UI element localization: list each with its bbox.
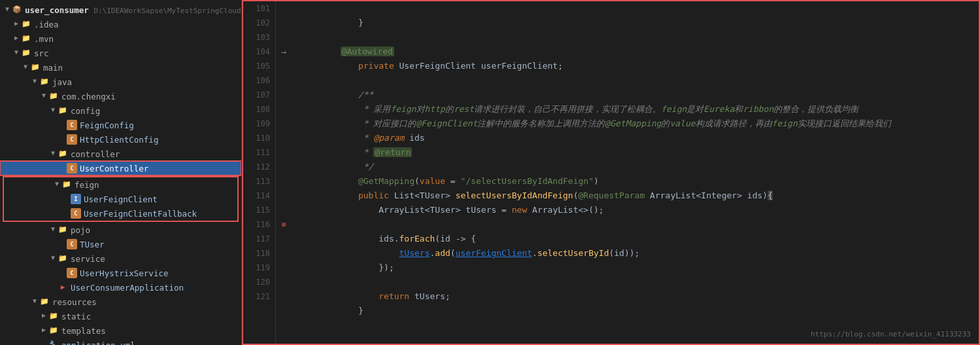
sidebar-item-usercontroller[interactable]: C UserController: [0, 161, 241, 175]
gutter-102: [276, 16, 292, 30]
app-icon: ▶: [58, 282, 68, 293]
gutter-111: [276, 145, 292, 160]
sidebar-item-tuser[interactable]: C TUser: [0, 237, 241, 251]
sidebar-item-main[interactable]: 📁 main: [0, 60, 241, 75]
templates-arrow: [39, 326, 48, 335]
line-num-113: 113: [243, 174, 270, 189]
code-line-107: * 采用feign对http的rest请求进行封装，自己不再用拼接，实现了松耦合…: [297, 88, 979, 102]
line-num-107: 107: [243, 88, 270, 102]
userfeignclient-label: UserFeignClient: [84, 194, 237, 204]
sidebar-item-feignconfig[interactable]: C FeignConfig: [0, 118, 241, 132]
gutter-117: [276, 232, 292, 246]
sidebar: 📦 user_consumer D:\IDEAWorkSapse\MyTestS…: [0, 0, 242, 345]
sidebar-item-mvn[interactable]: 📁 .mvn: [0, 31, 241, 46]
code-editor[interactable]: 101 102 103 104 105 106 107 108 109 110 …: [242, 0, 980, 345]
line-numbers: 101 102 103 104 105 106 107 108 109 110 …: [243, 1, 276, 344]
sidebar-item-config[interactable]: 📁 config: [0, 103, 241, 118]
line-num-109: 109: [243, 117, 270, 131]
sidebar-item-templates[interactable]: 📁 templates: [0, 323, 241, 338]
controller-label: controller: [71, 149, 241, 159]
sidebar-item-resources[interactable]: 📁 resources: [0, 295, 241, 309]
folder-icon: 📁: [58, 225, 68, 235]
sidebar-item-httpclientconfig[interactable]: C HttpClientConfig: [0, 132, 241, 147]
idea-arrow: [12, 20, 21, 29]
class-icon: C: [67, 163, 77, 173]
sidebar-item-userfeignclientfallback[interactable]: C UserFeignClientFallback: [4, 206, 237, 221]
sidebar-item-java[interactable]: 📁 java: [0, 75, 241, 89]
gutter-114: [276, 189, 292, 203]
class-icon: C: [67, 134, 77, 145]
class-icon: C: [67, 268, 77, 278]
sidebar-item-service[interactable]: 📁 service: [0, 251, 241, 266]
sidebar-item-userfeignclient[interactable]: I UserFeignClient: [4, 192, 237, 206]
folder-icon: 📁: [58, 105, 68, 116]
gutter-112: [276, 160, 292, 174]
gutter-119: [276, 261, 292, 275]
gutter-103: [276, 30, 292, 45]
folder-icon: 📁: [48, 311, 59, 321]
code-content[interactable]: } @Autowired private UserFeignClient use…: [292, 1, 979, 344]
sidebar-root[interactable]: 📦 user_consumer D:\IDEAWorkSapse\MyTestS…: [0, 3, 241, 17]
folder-icon: 📁: [58, 149, 68, 159]
resources-label: resources: [52, 297, 241, 307]
line-num-103: 103: [243, 30, 270, 45]
src-arrow: [12, 48, 21, 58]
config-arrow: [48, 106, 58, 115]
application-yml-label: application.yml: [61, 340, 241, 346]
resources-arrow: [30, 297, 39, 306]
folder-icon: 📁: [39, 77, 50, 87]
folder-icon: 📁: [21, 19, 31, 29]
code-line-104: private UserFeignClient userFeignClient;: [297, 45, 979, 59]
gutter-101: [276, 1, 292, 16]
sidebar-item-userhystrixservice[interactable]: C UserHystrixService: [0, 266, 241, 280]
gutter-113: [276, 174, 292, 189]
code-line-112: @GetMapping(value = "/selectUsersByIdAnd…: [297, 160, 979, 174]
folder-icon: 📁: [21, 33, 31, 44]
gutter-118: [276, 246, 292, 261]
sidebar-item-src[interactable]: 📁 src: [0, 46, 241, 60]
sidebar-item-com-chengxi[interactable]: 📁 com.chengxi: [0, 89, 241, 103]
feign-box: 📁 feign I UserFeignClient C UserFeignCli…: [3, 176, 239, 222]
line-num-121: 121: [243, 289, 270, 304]
gutter-105: [276, 59, 292, 73]
line-num-118: 118: [243, 246, 270, 261]
line-num-106: 106: [243, 73, 270, 88]
gutter-115: [276, 203, 292, 217]
sidebar-item-application-yml[interactable]: 🔧 application.yml: [0, 338, 241, 345]
sidebar-item-static[interactable]: 📁 static: [0, 309, 241, 323]
line-num-112: 112: [243, 160, 270, 174]
folder-icon: 📁: [58, 253, 68, 264]
code-line-120: return tUsers;: [297, 275, 979, 289]
sidebar-item-idea[interactable]: 📁 .idea: [0, 17, 241, 31]
gutter-116: ⊗: [276, 217, 292, 232]
line-num-110: 110: [243, 131, 270, 145]
httpclientconfig-label: HttpClientConfig: [80, 135, 241, 145]
line-num-114: 114: [243, 189, 270, 203]
feign-arrow: [52, 180, 61, 189]
idea-label: .idea: [34, 20, 241, 29]
main-label: main: [43, 63, 241, 73]
gutter-110: [276, 131, 292, 145]
sidebar-item-pojo[interactable]: 📁 pojo: [0, 223, 241, 237]
line-num-102: 102: [243, 16, 270, 30]
mvn-label: .mvn: [34, 34, 241, 44]
line-num-115: 115: [243, 203, 270, 217]
sidebar-item-feign[interactable]: 📁 feign: [4, 177, 237, 192]
config-label: config: [71, 106, 241, 116]
folder-icon: 📁: [30, 62, 41, 73]
userconsumerapplication-label: UserConsumerApplication: [71, 283, 241, 293]
root-arrow: [3, 5, 12, 14]
code-line-102: [297, 16, 979, 30]
src-icon: 📁: [21, 48, 31, 58]
interface-icon: I: [71, 194, 81, 204]
line-num-104: 104: [243, 45, 270, 59]
templates-label: templates: [61, 326, 241, 336]
static-label: static: [61, 312, 241, 321]
sidebar-item-controller[interactable]: 📁 controller: [0, 147, 241, 161]
folder-icon: 📁: [48, 325, 59, 336]
gutter-107: [276, 88, 292, 102]
sidebar-item-userconsumerapplication[interactable]: ▶ UserConsumerApplication: [0, 280, 241, 295]
src-label: src: [34, 48, 241, 58]
tuser-label: TUser: [80, 240, 241, 249]
userhystrixservice-label: UserHystrixService: [80, 268, 241, 278]
